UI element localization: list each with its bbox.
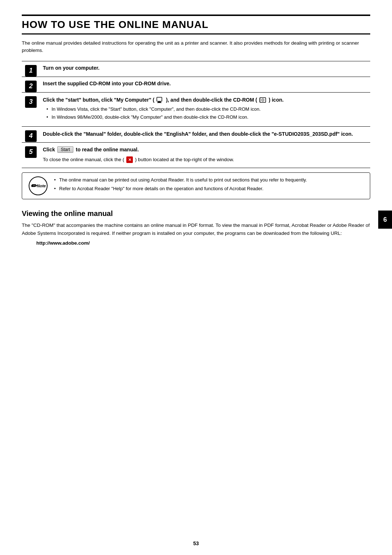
step-3-number-box: 3 <box>22 93 40 126</box>
section-heading: Viewing the online manual <box>22 209 370 218</box>
note-pencil-icon: ✏ <box>30 181 37 190</box>
svg-rect-1 <box>158 102 161 102</box>
step-3-bullets: In Windows Vista, click the "Start" butt… <box>43 106 366 121</box>
my-computer-icon <box>156 97 164 103</box>
step-3-content: Click the "start" button, click "My Comp… <box>40 93 370 126</box>
step-1-number-box: 1 <box>22 61 40 77</box>
intro-paragraph: The online manual provides detailed inst… <box>22 40 370 54</box>
step-3-row: 3 Click the "start" button, click "My Co… <box>22 93 370 127</box>
svg-rect-6 <box>260 98 260 102</box>
note-box: ✏ Note The online manual can be printed … <box>22 172 370 199</box>
step-5-title-line: Click Start to read the online manual. <box>43 146 366 153</box>
note-bullets: The online manual can be printed out usi… <box>54 176 365 192</box>
svg-rect-2 <box>157 102 162 103</box>
start-button-mock: Start <box>57 146 73 153</box>
svg-point-5 <box>262 99 263 100</box>
note-icon: ✏ Note <box>29 176 48 195</box>
step-2-number: 2 <box>25 81 37 92</box>
steps-container: 1 Turn on your computer. 2 Insert the su… <box>22 61 370 168</box>
step-2-title: Insert the supplied CD-ROM into your CD-… <box>43 81 171 86</box>
note-bullet-1: The online manual can be printed out usi… <box>54 176 365 184</box>
step-5-click-label: Click <box>43 147 55 152</box>
step-4-content: Double-click the "Manual" folder, double… <box>40 127 370 142</box>
step-5-row: 5 Click Start to read the online manual.… <box>22 143 370 168</box>
step-4-number-box: 4 <box>22 127 40 142</box>
chapter-tab: 6 <box>378 211 392 229</box>
step-1-number: 1 <box>25 65 37 77</box>
step-5-number: 5 <box>25 146 37 158</box>
url-link[interactable]: http://www.adobe.com/ <box>36 240 370 246</box>
page-number: 53 <box>193 540 199 546</box>
step-3-number: 3 <box>25 96 37 108</box>
step-5-close-text: To close the online manual, click the ( … <box>43 156 366 164</box>
step-1-title: Turn on your computer. <box>43 65 99 71</box>
step-1-row: 1 Turn on your computer. <box>22 61 370 77</box>
note-bullet-2: Refer to Acrobat Reader "Help" for more … <box>54 185 365 192</box>
step-4-row: 4 Double-click the "Manual" folder, doub… <box>22 127 370 143</box>
step-1-content: Turn on your computer. <box>40 61 370 77</box>
cdrom-icon <box>259 97 266 104</box>
step-2-number-box: 2 <box>22 77 40 92</box>
step-4-number: 4 <box>25 130 37 142</box>
section-text: The "CD-ROM" that accompanies the machin… <box>22 221 370 237</box>
step-2-row: 2 Insert the supplied CD-ROM into your C… <box>22 77 370 93</box>
note-text-label: Note <box>37 184 46 188</box>
step-2-content: Insert the supplied CD-ROM into your CD-… <box>40 77 370 92</box>
step-5-content: Click Start to read the online manual. T… <box>40 143 370 168</box>
chapter-tab-number: 6 <box>378 211 392 229</box>
step-5-number-box: 5 <box>22 143 40 168</box>
note-label: ✏ Note <box>27 176 49 195</box>
note-content: The online manual can be printed out usi… <box>54 176 365 193</box>
page-title: HOW TO USE THE ONLINE MANUAL <box>22 15 370 34</box>
svg-rect-0 <box>157 97 162 101</box>
step-4-title: Double-click the "Manual" folder, double… <box>43 131 353 137</box>
step-5-suffix: to read the online manual. <box>76 147 139 152</box>
close-icon: ✕ <box>126 156 133 163</box>
step-3-title: Click the "start" button, click "My Comp… <box>43 97 283 103</box>
step-3-bullet-1: In Windows Vista, click the "Start" butt… <box>46 106 366 113</box>
step-3-bullet-2: In Windows 98/Me/2000, double-click "My … <box>46 114 366 121</box>
